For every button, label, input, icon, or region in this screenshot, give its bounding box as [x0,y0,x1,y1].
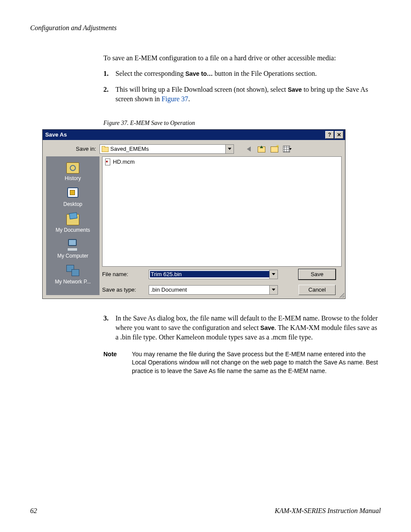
places-bar: History Desktop My Documents My Computer [46,156,100,295]
place-label: My Computer [47,253,99,259]
desktop-icon [65,187,80,199]
manual-title: KAM-XM-SERIES Instruction Manual [275,507,381,515]
new-folder-button[interactable] [270,145,279,153]
figure-caption: Figure 37. E-MEM Save to Operation [103,120,381,127]
save-as-dialog: Save As ? ✕ Save in: Saved_EMEMs [42,129,346,299]
my-computer-icon [65,238,80,251]
places-my-computer[interactable]: My Computer [47,238,99,259]
cancel-button[interactable]: Cancel [299,285,336,295]
my-documents-icon [65,212,80,225]
save-as-type-value: .bin Document [149,286,269,293]
note-label: Note [103,350,132,376]
chevron-down-icon[interactable] [269,270,277,279]
views-button[interactable] [283,145,292,153]
step-number: 1. [103,69,109,78]
page-header: Configuration and Adjustments [30,24,381,32]
back-button[interactable] [244,145,253,153]
file-name-input[interactable]: Trim 625.bin [149,270,278,279]
save-as-type-combo[interactable]: .bin Document [149,285,278,295]
folder-icon [102,146,109,152]
save-label: Save [288,86,302,93]
places-my-documents[interactable]: My Documents [47,212,99,233]
file-icon [104,159,111,165]
file-name: HD.mcm [113,159,135,165]
step-text: Select the corresponding [115,70,185,77]
save-in-folder-name: Saved_EMEMs [110,146,225,152]
page-number: 62 [30,507,37,515]
place-label: My Network P... [47,279,99,285]
place-label: My Documents [47,227,99,233]
places-history[interactable]: History [47,161,99,181]
step-text: button in the File Operations section. [213,70,317,77]
step-text: . [188,95,190,103]
file-item[interactable]: HD.mcm [104,159,339,165]
file-name-label: File name: [102,271,149,277]
save-label: Save [260,324,274,331]
save-button[interactable]: Save [299,269,336,280]
save-in-label: Save in: [46,146,100,152]
place-label: History [47,175,99,181]
resize-grip-icon[interactable] [338,292,344,298]
intro-paragraph: To save an E-MEM configuration to a file… [103,53,377,63]
titlebar: Save As ? ✕ [43,130,345,140]
figure-link[interactable]: Figure 37 [162,95,188,103]
step-2: 2. This will bring up a File Download sc… [103,85,377,104]
note-text: You may rename the file during the Save … [132,350,381,376]
note-block: Note You may rename the file during the … [103,350,381,376]
new-folder-icon [271,146,278,152]
help-button[interactable]: ? [325,131,334,139]
up-one-level-button[interactable] [257,145,266,153]
up-folder-icon [258,146,265,152]
places-desktop[interactable]: Desktop [47,187,99,207]
chevron-down-icon[interactable] [269,286,277,294]
dialog-title: Save As [45,131,67,138]
step-text: This will bring up a File Download scree… [115,86,288,93]
step-number: 2. [103,85,109,94]
step-3: 3. In the Save As dialog box, the file n… [103,314,381,342]
views-icon [283,146,292,152]
file-name-value: Trim 625.bin [150,271,269,277]
chevron-down-icon[interactable] [225,145,234,153]
place-label: Desktop [47,201,99,207]
close-button[interactable]: ✕ [335,131,343,139]
my-network-icon [65,264,80,277]
step-number: 3. [103,314,109,323]
file-list[interactable]: HD.mcm [102,156,342,267]
places-my-network[interactable]: My Network P... [47,264,99,285]
save-to-label: Save to… [185,70,213,77]
back-arrow-icon [247,146,251,152]
step-1: 1. Select the corresponding Save to… but… [103,69,377,78]
history-icon [65,161,80,174]
save-as-type-label: Save as type: [102,286,149,293]
save-in-combo[interactable]: Saved_EMEMs [100,144,234,154]
